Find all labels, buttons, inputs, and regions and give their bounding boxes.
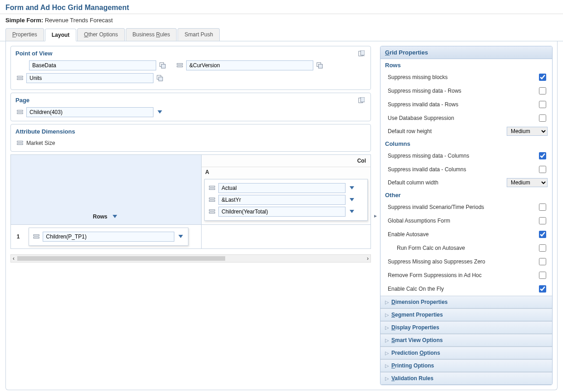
tab-layout[interactable]: Layout — [45, 29, 76, 41]
enable-calc-fly-label: Enable Calc On the Fly — [388, 286, 444, 292]
pov-basedata-selector-icon[interactable] — [158, 61, 167, 70]
grid-colhead: Col A — [202, 155, 370, 225]
pov-units-selector-icon[interactable] — [155, 74, 164, 83]
columns-section-title: Columns — [380, 138, 552, 149]
svg-rect-14 — [17, 110, 23, 112]
chevron-right-icon: ▷ — [385, 363, 389, 369]
horizontal-scrollbar[interactable]: ‹ › — [10, 254, 371, 263]
svg-rect-21 — [209, 189, 215, 190]
scroll-left-icon[interactable]: ‹ — [13, 255, 15, 262]
pov-title: Point of View — [15, 50, 366, 57]
other-section-title: Other — [380, 189, 552, 200]
svg-rect-1 — [361, 50, 365, 55]
col-lastyr-dropdown-icon[interactable] — [347, 197, 356, 203]
grid-layout: Rows Col A — [10, 154, 371, 249]
svg-marker-28 — [350, 210, 354, 213]
dimension-icon — [207, 184, 217, 193]
use-db-suppression-checkbox[interactable] — [539, 114, 546, 122]
global-assumptions-checkbox[interactable] — [539, 217, 546, 224]
default-col-width-label: Default column width — [388, 179, 438, 186]
display-properties-section[interactable]: ▷Display Properties — [380, 321, 552, 334]
chevron-right-icon: ▷ — [385, 325, 389, 331]
gear-selector-icon[interactable] — [357, 96, 366, 105]
validation-rules-section[interactable]: ▷Validation Rules — [380, 372, 552, 385]
smart-view-options-section[interactable]: ▷Smart View Options — [380, 334, 552, 347]
row-ptp1-input[interactable] — [43, 232, 174, 242]
rows-section-title: Rows — [380, 59, 552, 70]
chevron-right-icon: ▷ — [385, 337, 389, 343]
left-pane: Point of View — [10, 46, 371, 385]
col-yeartotal-input[interactable] — [218, 207, 346, 217]
subtitle-value: Revenue Trends Forecast — [45, 17, 113, 24]
tab-other-options[interactable]: Other Options — [77, 28, 125, 41]
tab-business-rules[interactable]: Business Rules — [126, 28, 177, 41]
pov-panel: Point of View — [10, 46, 371, 90]
row-ptp1-dropdown-icon[interactable] — [176, 233, 185, 240]
scrollbar-thumb[interactable] — [17, 256, 225, 261]
default-col-width-select[interactable]: Medium — [507, 178, 548, 187]
suppress-missing-rows-label: Suppress missing data - Rows — [388, 88, 461, 94]
pov-curversion-input[interactable] — [186, 60, 313, 70]
suppress-invalid-rows-checkbox[interactable] — [539, 101, 546, 108]
subtitle-label: Simple Form: — [5, 17, 43, 24]
col-actual-input[interactable] — [218, 183, 346, 193]
suppress-missing-blocks-checkbox[interactable] — [539, 74, 546, 81]
page-dropdown-icon[interactable] — [155, 109, 164, 115]
split-handle[interactable]: ▸ — [374, 46, 377, 385]
suppress-invalid-scenario-checkbox[interactable] — [539, 203, 546, 211]
default-row-height-select[interactable]: Medium — [507, 127, 548, 136]
grid-body — [202, 225, 370, 248]
enable-calc-fly-checkbox[interactable] — [539, 285, 546, 293]
suppress-invalid-rows-label: Suppress invalid data - Rows — [388, 101, 458, 108]
gear-selector-icon[interactable] — [357, 49, 366, 58]
page-panel: Page — [10, 93, 371, 121]
suppress-invalid-cols-label: Suppress invalid data - Columns — [388, 166, 466, 173]
col-yeartotal-dropdown-icon[interactable] — [347, 208, 356, 215]
prediction-options-section[interactable]: ▷Prediction Options — [380, 347, 552, 359]
suppress-missing-zero-checkbox[interactable] — [539, 258, 546, 265]
dimension-icon — [175, 61, 184, 70]
tab-properties[interactable]: Properties — [5, 28, 44, 41]
run-calc-autosave-checkbox[interactable] — [539, 244, 546, 252]
chevron-right-icon: ▷ — [385, 376, 389, 382]
dimension-icon — [15, 74, 25, 83]
col-heading: Col — [202, 155, 370, 167]
suppress-missing-blocks-label: Suppress missing blocks — [388, 74, 448, 80]
svg-rect-29 — [34, 235, 39, 236]
svg-marker-19 — [113, 215, 117, 218]
suppress-invalid-cols-checkbox[interactable] — [539, 166, 546, 173]
suppress-missing-cols-checkbox[interactable] — [539, 152, 546, 159]
scroll-right-icon[interactable]: › — [367, 255, 369, 262]
pov-curversion-selector-icon[interactable] — [315, 61, 324, 70]
attr-market-size[interactable]: Market Size — [26, 140, 55, 146]
col-lastyr-input[interactable] — [218, 195, 346, 205]
pov-basedata-input[interactable] — [29, 60, 156, 70]
workarea: Point of View — [5, 41, 558, 390]
svg-rect-4 — [177, 64, 183, 65]
page-children403-input[interactable] — [26, 107, 153, 117]
suppress-missing-rows-checkbox[interactable] — [539, 87, 546, 94]
enable-autosave-label: Enable Autosave — [388, 231, 429, 238]
svg-rect-30 — [34, 237, 39, 238]
svg-marker-25 — [350, 198, 354, 201]
dimension-properties-section[interactable]: ▷Dimension Properties — [380, 296, 552, 308]
chevron-right-icon: ▷ — [385, 350, 389, 356]
attr-dim-panel: Attribute Dimensions Market Size — [10, 124, 371, 152]
tab-smart-push[interactable]: Smart Push — [178, 28, 220, 41]
svg-rect-27 — [209, 212, 215, 213]
svg-rect-18 — [17, 144, 23, 145]
suppress-missing-cols-label: Suppress missing data - Columns — [388, 153, 469, 159]
enable-autosave-checkbox[interactable] — [539, 231, 546, 238]
svg-rect-11 — [158, 77, 163, 81]
col-actual-dropdown-icon[interactable] — [347, 185, 356, 191]
dimension-icon — [15, 139, 25, 148]
rows-dropdown-icon[interactable] — [110, 213, 119, 220]
pov-units-input[interactable] — [26, 73, 153, 83]
global-assumptions-label: Global Assumptions Form — [388, 218, 450, 224]
remove-suppressions-adhoc-checkbox[interactable] — [539, 272, 546, 279]
remove-suppressions-adhoc-label: Remove Form Suppressions in Ad Hoc — [388, 272, 482, 278]
printing-options-section[interactable]: ▷Printing Options — [380, 359, 552, 372]
svg-rect-13 — [361, 97, 365, 102]
run-calc-autosave-label: Run Form Calc on Autosave — [397, 245, 465, 251]
segment-properties-section[interactable]: ▷Segment Properties — [380, 308, 552, 321]
